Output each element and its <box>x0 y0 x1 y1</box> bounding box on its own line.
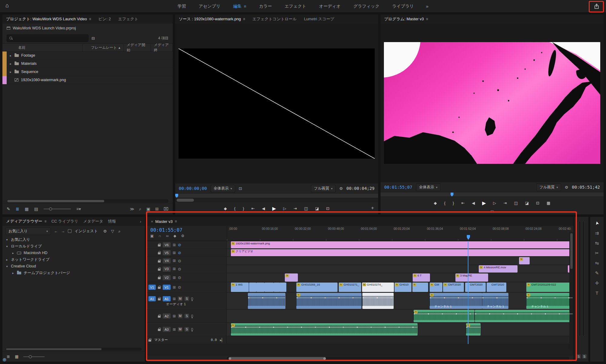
solo-button[interactable]: S <box>185 314 189 318</box>
source-seekbar[interactable] <box>175 193 378 198</box>
track-v4-lane[interactable]: fx <box>227 257 574 265</box>
source-patch[interactable] <box>148 266 156 272</box>
settings-wrench-icon[interactable]: ⚙ <box>565 185 568 189</box>
track-lock-icon[interactable] <box>158 244 161 247</box>
search-box[interactable] <box>7 35 88 42</box>
column-media-end[interactable]: メディア終 <box>151 44 173 51</box>
track-output-icon[interactable]: ⊙ <box>178 275 181 280</box>
timeline-clip[interactable]: fx 1 WS <box>231 283 249 292</box>
timeline-clip[interactable]: GMT2020 <box>465 283 486 292</box>
label-color-swatch[interactable] <box>2 68 7 76</box>
tree-chevron-icon[interactable]: ▸ <box>12 251 15 255</box>
track-lock-icon[interactable] <box>158 316 161 318</box>
new-item-icon[interactable]: ⊞ <box>155 207 159 211</box>
timeline-clip[interactable]: GMT2020 <box>487 283 506 292</box>
program-playhead[interactable] <box>451 192 454 197</box>
clear-icon[interactable]: ⌧ <box>164 207 168 211</box>
filter-bin-icon[interactable]: ⊟ <box>92 36 95 40</box>
track-lock-icon[interactable] <box>148 339 151 342</box>
source-timecode[interactable]: 00:00:00;00 <box>179 186 207 191</box>
timeline-clip[interactable]: チャンネル 1 <box>482 293 508 309</box>
mute-button[interactable]: M <box>178 296 182 301</box>
panel-menu-icon[interactable]: ≡ <box>44 219 46 223</box>
timeline-clip[interactable]: fx GMT2020 <box>443 283 464 292</box>
solo-button[interactable]: S <box>582 354 587 359</box>
back-icon[interactable]: ← <box>54 229 58 233</box>
workspace-overflow-icon[interactable]: » <box>426 4 428 9</box>
timeline-ruler[interactable]: ;00:00 00:00:16;00 00:00:32;00 00:00:48;… <box>227 226 569 241</box>
track-name[interactable]: A3 <box>163 327 171 332</box>
track-lock-icon[interactable] <box>158 298 161 300</box>
timeline-clip[interactable]: fx 6 T <box>413 273 430 282</box>
filter-icon[interactable]: ▽ <box>111 229 114 233</box>
track-lock-icon[interactable] <box>158 260 161 263</box>
sequence-tab[interactable]: × Master v3 ≡ <box>151 219 177 224</box>
program-zoom-select[interactable]: 全体表示 ▾ <box>416 184 441 191</box>
panel-menu-icon[interactable]: ≡ <box>89 17 91 21</box>
add-marker-icon[interactable]: ◆ <box>434 201 437 205</box>
timeline-clip[interactable] <box>249 283 256 292</box>
slip-tool[interactable]: ⇋ <box>595 260 599 266</box>
ingest-settings-wrench-icon[interactable]: ⚙ <box>103 229 107 233</box>
column-media-start[interactable]: メディア開始 <box>124 44 151 51</box>
panel-tab[interactable]: Lumetri スコープ <box>304 16 334 22</box>
sync-lock-icon[interactable]: ⊞ <box>173 259 176 263</box>
timeline-clip[interactable]: fx <box>414 310 474 322</box>
panel-tab[interactable]: エフェクト <box>118 16 138 22</box>
timeline-clip[interactable] <box>475 310 573 322</box>
timeline-clip[interactable]: fx GM <box>430 283 442 292</box>
bin-row[interactable]: ▸ Materials <box>2 60 173 68</box>
track-v1-lane[interactable]: fx 1 WS <box>227 282 574 292</box>
timeline-clip[interactable]: fx チャンネル 1 <box>526 293 572 309</box>
track-lock-icon[interactable] <box>158 252 161 254</box>
solo-button[interactable]: S <box>185 327 189 332</box>
play-icon[interactable]: ▶ <box>272 206 276 211</box>
workspace-tab[interactable]: オーディオ <box>319 4 341 9</box>
add-marker-icon[interactable]: ◆ <box>224 206 227 211</box>
razor-tool[interactable]: ✂ <box>595 250 599 256</box>
timeline-clip[interactable]: fx <box>285 273 298 282</box>
step-back-icon[interactable]: ◀ <box>262 206 265 211</box>
timeline-clip[interactable]: fx 3 MapRE <box>455 273 488 282</box>
timeline-clip[interactable]: fx <box>231 323 418 336</box>
track-name[interactable]: A2 <box>163 313 171 319</box>
workspace-tab[interactable]: ライブラリ <box>392 4 414 9</box>
panel-tab[interactable]: ピン: 2 <box>98 16 111 22</box>
mark-in-icon[interactable]: { <box>234 206 235 211</box>
label-color-swatch[interactable] <box>2 51 7 60</box>
track-a3-lane[interactable]: fx fx <box>227 323 574 336</box>
step-forward-icon[interactable]: ▷ <box>283 206 286 211</box>
track-a1-lane[interactable]: fx fx チャ <box>227 293 574 309</box>
tree-chevron-icon[interactable]: ▸ <box>5 258 8 261</box>
timeline-clip[interactable]: fx GH010271_ <box>339 283 361 292</box>
source-patch[interactable] <box>148 250 156 255</box>
timeline-clip[interactable] <box>274 283 280 292</box>
ingest-checkbox[interactable] <box>68 229 72 233</box>
tab-overflow-icon[interactable]: › <box>140 219 141 224</box>
play-icon[interactable]: ▶ <box>482 200 486 206</box>
track-output-icon[interactable]: ⊘ <box>178 250 181 255</box>
thumbnail-view-icon[interactable]: ▦ <box>15 355 18 359</box>
sync-lock-icon[interactable]: ⊞ <box>173 285 176 290</box>
safe-margins-icon[interactable]: ⊡ <box>239 187 242 190</box>
timeline-clip[interactable]: fx <box>519 257 529 264</box>
hand-tool[interactable]: ✛ <box>595 280 599 286</box>
media-horizontal-scrollbar[interactable] <box>5 348 142 351</box>
tree-item[interactable]: ▸ Macintosh HD <box>2 250 145 256</box>
timeline-clip[interactable]: fx GH010269_16 <box>296 283 338 292</box>
source-patch[interactable] <box>148 275 156 280</box>
expand-chevron-icon[interactable]: ▸ <box>9 62 12 65</box>
source-quality-select[interactable]: フル画質 ▾ <box>311 185 336 192</box>
track-v6-lane[interactable]: fx 1920x1080-watermark.png <box>227 241 574 249</box>
export-frame-icon[interactable]: ⊡ <box>326 206 329 211</box>
source-zoom-thumb[interactable] <box>177 199 194 202</box>
tree-item[interactable]: ▾ お気に入り <box>2 236 145 243</box>
sync-lock-icon[interactable]: ⊞ <box>173 251 176 255</box>
track-name[interactable]: V4 <box>163 258 171 263</box>
timeline-clip[interactable] <box>280 283 286 292</box>
track-lock-icon[interactable] <box>158 277 161 279</box>
track-output-icon[interactable]: ⊘ <box>178 243 181 247</box>
sync-lock-icon[interactable]: ⊞ <box>173 314 176 318</box>
source-patch[interactable] <box>148 242 156 247</box>
export-frame-icon[interactable]: ⊡ <box>536 201 539 205</box>
